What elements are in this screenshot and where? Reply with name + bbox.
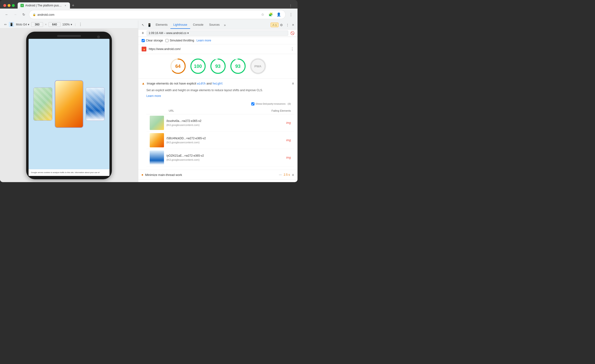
- phone-notch: [57, 35, 81, 37]
- tab-lighthouse[interactable]: Lighthouse: [170, 21, 190, 29]
- table-header: URL Failing Elements: [146, 107, 294, 114]
- phone-image-3: [86, 87, 105, 121]
- audit-warning-icon: ▲: [142, 81, 145, 85]
- devtools-panel: ↖ 📱 Elements Lighthouse Console Sources …: [138, 21, 298, 182]
- tab-bar: A Android | The platform pushing × + ⋮: [18, 2, 294, 8]
- browser-tab[interactable]: A Android | The platform pushing ×: [18, 2, 70, 8]
- report-url: https://www.android.com/: [149, 47, 288, 51]
- tab-elements[interactable]: Elements: [153, 21, 170, 29]
- bottom-audit-dash: —: [279, 173, 282, 176]
- third-party-label[interactable]: Show 3rd-party resources (3): [251, 102, 291, 106]
- warning-badge: ⚠ 1: [271, 23, 278, 27]
- new-tab-button[interactable]: +: [70, 2, 76, 8]
- report-row: 🔥 https://www.android.com/ ⋮: [138, 44, 298, 54]
- warning-icon: ⚠: [272, 23, 275, 26]
- maximize-button[interactable]: [12, 4, 15, 7]
- table-url-1: /lzuohvi0a...=w272-e365-v2 (lh3.googleus…: [166, 119, 262, 127]
- simulated-throttling-label[interactable]: Simulated throttling: [165, 39, 194, 42]
- table-failing-3: img: [262, 156, 291, 160]
- close-button[interactable]: [3, 4, 6, 7]
- audit-body: Set an explicit width and height on imag…: [138, 88, 298, 170]
- browser-window: A Android | The platform pushing × + ⋮ ←…: [0, 0, 298, 182]
- audit-learn-more-link[interactable]: Learn more: [146, 94, 294, 98]
- audit-header[interactable]: ▲ Image elements do not have explicit wi…: [138, 79, 298, 88]
- warning-count: 1: [275, 24, 277, 26]
- device-icons: ⇔ 📱: [3, 22, 14, 27]
- failing-column-header: Failing Elements: [262, 109, 291, 113]
- audit-title: Image elements do not have explicit widt…: [147, 82, 290, 85]
- more-button[interactable]: ⋮: [288, 11, 294, 18]
- thumb-1: [150, 116, 164, 130]
- back-button[interactable]: ←: [3, 11, 10, 18]
- zoom-selector[interactable]: 100% ▾: [62, 23, 72, 26]
- score-performance: 64: [170, 58, 186, 74]
- phone-content: [28, 39, 109, 170]
- audit-section-images: ▲ Image elements do not have explicit wi…: [138, 79, 298, 170]
- devtools-settings-button[interactable]: ⚙: [278, 22, 284, 28]
- clear-storage-checkbox[interactable]: [142, 39, 145, 42]
- height-input[interactable]: [49, 22, 60, 27]
- toolbar-more-button[interactable]: ⋮: [78, 22, 82, 27]
- url-column-header: URL: [150, 109, 262, 113]
- learn-more-link[interactable]: Learn more: [197, 39, 211, 42]
- more-tabs-button[interactable]: »: [223, 22, 227, 28]
- bottom-audit-expand-icon[interactable]: ∨: [292, 173, 294, 177]
- extension-button[interactable]: 🧩: [267, 11, 274, 18]
- devtools-close-button[interactable]: ×: [290, 22, 296, 28]
- table-failing-2: img: [262, 138, 291, 142]
- minimize-button[interactable]: [8, 4, 10, 7]
- simulated-throttling-checkbox[interactable]: [165, 39, 169, 42]
- table-url-2: /SBU4NckDD...=w272-e365-v2 (lh3.googleus…: [166, 136, 262, 144]
- traffic-lights: [3, 4, 15, 7]
- devtools-toolbar: + 1:09:16 AM – www.android.co ▾ 🚫: [138, 29, 298, 37]
- lighthouse-content[interactable]: Clear storage Simulated throttling Learn…: [138, 37, 298, 182]
- bottom-audit[interactable]: ■ Minimize main-thread work — 2.5 s ∨: [138, 170, 298, 180]
- table-row: /SBU4NckDD...=w272-e365-v2 (lh3.googleus…: [146, 132, 294, 149]
- code-width: width: [197, 82, 206, 85]
- phone-frame: Google serves cookies to analyze traffic…: [26, 32, 112, 179]
- browser-view: ⇔ 📱 Moto G4 ▾ × 100% ▾ | ⋮: [0, 21, 138, 182]
- devtools-cursor-icon[interactable]: ↖: [140, 22, 146, 28]
- width-input[interactable]: [31, 22, 43, 27]
- clear-storage-label[interactable]: Clear storage: [142, 39, 163, 42]
- add-report-button[interactable]: +: [141, 31, 145, 36]
- devtools-more-button[interactable]: ⋮: [284, 22, 290, 28]
- audit-controls: Clear storage Simulated throttling Learn…: [138, 37, 298, 44]
- address-bar: ← → ↻ 🔒 android.com ☆ 🧩 👤 ⋮: [0, 8, 298, 21]
- device-icon-btn[interactable]: 📱: [9, 22, 14, 27]
- phone-image-1: [33, 87, 52, 121]
- tab-console[interactable]: Console: [190, 21, 206, 29]
- table-row: /lzuohvi0a...=w272-e365-v2 (lh3.googleus…: [146, 114, 294, 132]
- main-content: ⇔ 📱 Moto G4 ▾ × 100% ▾ | ⋮: [0, 21, 298, 182]
- report-more-button[interactable]: ⋮: [290, 47, 294, 51]
- report-favicon: 🔥: [142, 47, 146, 51]
- table-row: /yOZKl21aE...=w272-e365-v2 (lh3.googleus…: [146, 149, 294, 166]
- bottom-audit-title: Minimize main-thread work: [145, 173, 277, 177]
- table-failing-1: img: [262, 121, 291, 125]
- forward-button[interactable]: →: [12, 11, 19, 18]
- responsive-icon-btn[interactable]: ⇔: [3, 22, 7, 27]
- phone-image-main: [55, 80, 83, 128]
- score-circles: 64 100: [138, 54, 298, 79]
- bottom-audit-value: 2.5 s: [284, 173, 290, 176]
- address-text: android.com: [37, 13, 55, 16]
- tab-title: Android | The platform pushing: [25, 4, 62, 7]
- tab-sources[interactable]: Sources: [206, 21, 223, 29]
- third-party-row: Show 3rd-party resources (3): [146, 100, 294, 107]
- third-party-checkbox[interactable]: [251, 102, 255, 106]
- delete-report-button[interactable]: 🚫: [290, 30, 295, 36]
- refresh-button[interactable]: ↻: [21, 11, 27, 18]
- score-accessibility: 100: [190, 58, 206, 74]
- tab-close-button[interactable]: ×: [64, 4, 67, 7]
- device-selector[interactable]: Moto G4 ▾: [16, 23, 29, 26]
- address-input[interactable]: 🔒 android.com ☆ 🧩 👤: [29, 10, 286, 19]
- table-url-3: /yOZKl21aE...=w272-e365-v2 (lh3.googleus…: [166, 154, 262, 162]
- code-height: height: [212, 82, 223, 85]
- audit-expand-icon[interactable]: ∧: [292, 81, 294, 85]
- devtools-device-icon[interactable]: 📱: [146, 22, 153, 28]
- score-best-practices: 93: [210, 58, 226, 74]
- star-button[interactable]: ☆: [259, 11, 266, 18]
- tab-extras: ⋮: [287, 3, 294, 8]
- profile-button[interactable]: 👤: [275, 11, 282, 18]
- devtools-tabs: ↖ 📱 Elements Lighthouse Console Sources …: [138, 21, 298, 29]
